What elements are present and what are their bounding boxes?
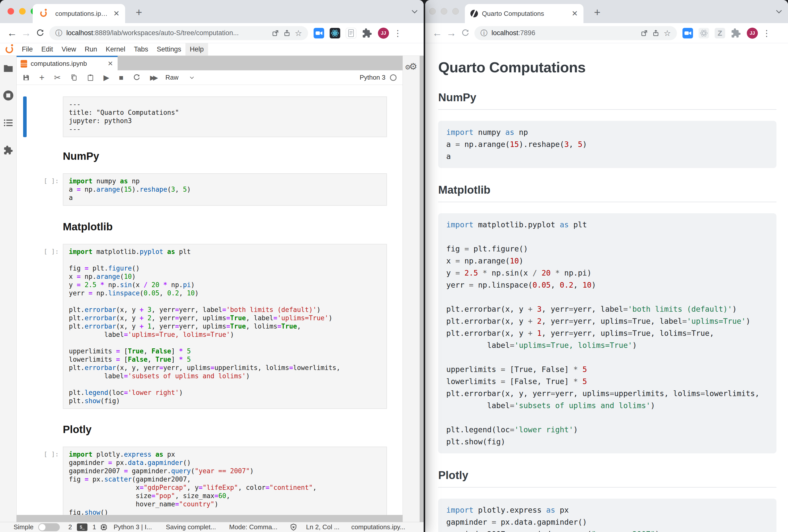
tab-close-icon[interactable]: ✕ — [572, 10, 578, 17]
terminals-count[interactable]: 2 — [68, 522, 72, 532]
forward-button[interactable]: → — [444, 27, 458, 39]
plotly-cell-editor[interactable]: import plotly.express as pxgapminder = p… — [63, 447, 387, 515]
raw-cell[interactable]: ---title: "Quarto Computations"jupyter: … — [23, 97, 387, 137]
reload-button[interactable] — [33, 29, 47, 37]
tab-search-chevron-icon[interactable] — [413, 8, 417, 14]
browser-profile-avatar[interactable]: JJ — [378, 28, 389, 39]
back-button[interactable]: ← — [430, 27, 444, 39]
simple-mode-toggle[interactable] — [38, 523, 60, 531]
kernel-indicator[interactable]: Python 3 — [359, 74, 396, 81]
running-kernels-icon[interactable] — [3, 90, 13, 101]
browser-tab-strip: Quarto Computations ✕ + — [425, 0, 788, 23]
react-devtools-extension-icon[interactable] — [330, 28, 340, 38]
status-bar: Simple 2 $_ 1 Python 3 | I... Saving com… — [0, 522, 423, 532]
line-col-indicator[interactable]: Ln 2, Col ... — [306, 522, 339, 532]
cut-cells-button[interactable]: ✂ — [54, 74, 61, 82]
paste-cells-button[interactable] — [87, 74, 94, 81]
notebook-tab[interactable]: computations.ipynb ✕ — [17, 56, 118, 70]
raw-cell-editor[interactable]: ---title: "Quarto Computations"jupyter: … — [63, 97, 387, 137]
restart-run-all-button[interactable]: ▶▶ — [150, 74, 156, 81]
markdown-heading-cell[interactable]: NumPy — [23, 148, 387, 163]
extension-manager-icon[interactable] — [3, 145, 13, 155]
quarto-page[interactable]: Quarto Computations NumPy import numpy a… — [425, 43, 788, 532]
markdown-heading-cell[interactable]: Matplotlib — [23, 219, 387, 233]
status-filename: computations.ipy... — [351, 522, 405, 532]
section-heading-numpy: NumPy — [438, 91, 776, 110]
browser-profile-avatar[interactable]: JJ — [747, 28, 758, 39]
table-of-contents-icon[interactable] — [3, 119, 13, 127]
code-cell-plotly[interactable]: [ ]: import plotly.express as pxgapminde… — [23, 447, 387, 515]
notebook-scroll-area[interactable]: ---title: "Quarto Computations"jupyter: … — [17, 85, 402, 515]
bookmark-star-icon[interactable]: ☆ — [664, 29, 671, 37]
kernels-count[interactable]: 1 — [93, 522, 96, 532]
tab-close-icon[interactable]: ✕ — [113, 10, 120, 17]
file-browser-icon[interactable] — [3, 64, 13, 72]
notebook-tab-title: computations.ipynb — [31, 60, 104, 67]
menu-run[interactable]: Run — [80, 43, 101, 56]
stop-kernel-button[interactable]: ■ — [119, 74, 123, 81]
menu-edit[interactable]: Edit — [37, 43, 58, 56]
jupyter-favicon — [40, 10, 47, 17]
reload-button[interactable] — [458, 29, 472, 37]
restart-kernel-button[interactable] — [133, 74, 140, 81]
back-button[interactable]: ← — [5, 27, 19, 39]
run-cell-button[interactable]: ▶ — [103, 74, 109, 81]
terminal-icon: $_ — [77, 524, 87, 531]
docs-extension-icon[interactable] — [346, 28, 356, 38]
address-bar[interactable]: ⓘ localhost:7896 ☆ — [474, 26, 677, 40]
numpy-code-block: import numpy as npa = np.arange(15).resh… — [438, 121, 776, 168]
minimize-window-button[interactable] — [441, 8, 447, 15]
copy-cells-button[interactable] — [71, 74, 77, 81]
property-inspector-gears-icon[interactable]: ⚙⚙ — [405, 61, 417, 72]
share-icon[interactable] — [652, 29, 659, 37]
window-controls[interactable] — [429, 8, 459, 15]
window-scrollbar[interactable] — [420, 56, 423, 522]
notebook-mode[interactable]: Mode: Comma... — [229, 522, 277, 532]
markdown-heading-cell[interactable]: Plotly — [23, 422, 387, 436]
address-bar[interactable]: ⓘ localhost:8889/lab/workspaces/auto-S/t… — [49, 26, 308, 40]
cell-type-dropdown[interactable]: Raw — [165, 74, 193, 81]
share-icon[interactable] — [283, 29, 291, 37]
extensions-puzzle-icon[interactable] — [362, 28, 372, 38]
chevron-down-icon — [190, 75, 194, 79]
forward-button[interactable]: → — [19, 27, 33, 39]
z-extension-icon[interactable]: Z — [715, 28, 725, 38]
numpy-cell-editor[interactable]: import numpy as npa = np.arange(15).resh… — [63, 173, 387, 206]
open-in-new-icon[interactable] — [272, 29, 279, 37]
menu-tabs[interactable]: Tabs — [130, 43, 153, 56]
browser-tab[interactable]: computations.ip (auto-S) - Jup ✕ — [33, 4, 125, 23]
browser-tab[interactable]: Quarto Computations ✕ — [465, 4, 584, 23]
matplotlib-cell-editor[interactable]: import matplotlib.pyplot as plt fig = pl… — [63, 244, 387, 409]
close-window-button[interactable] — [7, 8, 14, 15]
save-button[interactable] — [23, 74, 29, 81]
bookmark-star-icon[interactable]: ☆ — [295, 29, 302, 37]
kernel-status-text[interactable]: Python 3 | I... — [114, 522, 152, 532]
trust-shield-icon[interactable] — [290, 523, 297, 531]
menu-kernel[interactable]: Kernel — [101, 43, 130, 56]
close-window-button[interactable] — [429, 8, 436, 15]
minimize-window-button[interactable] — [19, 8, 26, 15]
zoom-window-button[interactable] — [452, 8, 459, 15]
browser-menu-kebab-icon[interactable]: ⋮ — [394, 28, 402, 38]
site-info-icon[interactable]: ⓘ — [55, 28, 62, 38]
code-cell-matplotlib[interactable]: [ ]: import matplotlib.pyplot as plt fig… — [23, 244, 387, 409]
menu-help[interactable]: Help — [185, 43, 208, 56]
section-heading-matplotlib: Matplotlib — [438, 184, 776, 202]
new-tab-button[interactable]: + — [136, 6, 142, 19]
section-heading-plotly: Plotly — [438, 469, 776, 488]
zoom-extension-icon[interactable] — [314, 28, 324, 38]
react-devtools-extension-icon[interactable] — [698, 28, 709, 38]
menu-view[interactable]: View — [57, 43, 80, 56]
tab-search-chevron-icon[interactable] — [777, 8, 781, 14]
notebook-tab-close-icon[interactable]: ✕ — [107, 60, 113, 67]
new-tab-button[interactable]: + — [594, 6, 600, 19]
extensions-puzzle-icon[interactable] — [731, 28, 741, 38]
open-in-new-icon[interactable] — [641, 29, 648, 37]
site-info-icon[interactable]: ⓘ — [480, 28, 488, 38]
code-cell-numpy[interactable]: [ ]: import numpy as npa = np.arange(15)… — [23, 173, 387, 206]
menu-settings[interactable]: Settings — [153, 43, 186, 56]
zoom-extension-icon[interactable] — [683, 28, 693, 38]
menu-file[interactable]: File — [18, 43, 37, 56]
add-cell-button[interactable]: + — [39, 73, 44, 82]
browser-menu-kebab-icon[interactable]: ⋮ — [762, 28, 771, 38]
